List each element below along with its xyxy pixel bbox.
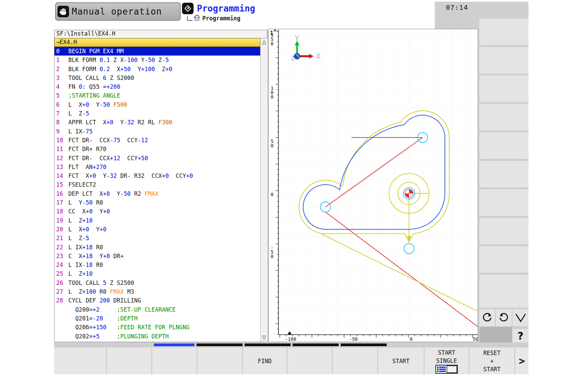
softkey-empty[interactable] [288, 348, 332, 374]
datum-target [405, 189, 413, 197]
program-line[interactable]: 22L IX+18 R0 [54, 243, 260, 252]
right-softkey-empty[interactable] [479, 189, 528, 216]
softkey-start[interactable]: START [378, 348, 424, 374]
scrollbar-segment[interactable] [245, 343, 291, 346]
right-softkey-empty[interactable] [479, 132, 528, 159]
grid [278, 29, 478, 335]
tab-programming[interactable]: Programming Programming [182, 3, 255, 23]
line-number: 0 [54, 47, 68, 56]
line-text: DEP LCT X+0 Y-50 R2 FMAX [68, 189, 158, 198]
program-line[interactable]: 18CC X+0 Y+0 [54, 207, 260, 216]
svg-text:0: 0 [410, 336, 412, 342]
svg-text:0: 0 [271, 192, 273, 197]
program-line[interactable]: 9L IX-75 [54, 127, 260, 136]
softkey-empty[interactable] [107, 348, 151, 374]
check-icon[interactable] [513, 309, 528, 326]
scroll-down-icon[interactable]: ▽ [261, 334, 268, 340]
program-line[interactable]: 6L X+0 Y-50 F500 [54, 100, 260, 109]
right-softkey-empty[interactable] [479, 275, 528, 308]
scrollbar-segment[interactable] [197, 343, 243, 346]
line-text: L IX-18 R0 [68, 260, 103, 269]
program-line[interactable]: 24L IX-18 R0 [54, 260, 260, 269]
softkey-find[interactable]: FIND [243, 348, 287, 374]
program-line[interactable]: Q201=-20 ;DEPTH [54, 314, 260, 323]
program-line[interactable]: 1BLK FORM 0.1 Z X-100 Y-50 Z-5 [54, 56, 260, 64]
control-screen-background: Manual operation Programming [54, 2, 528, 374]
line-number: 22 [54, 243, 68, 252]
right-softkey-empty[interactable] [479, 19, 528, 45]
softkey-label: START [438, 349, 455, 357]
program-line[interactable]: 5;STARTING ANGLE [54, 91, 260, 100]
tree-elbow-connector [187, 16, 193, 21]
program-line[interactable]: 16DEP LCT X+0 Y-50 R2 FMAX [54, 189, 260, 198]
svg-text:50: 50 [473, 336, 478, 342]
help-button[interactable]: ? [513, 329, 528, 342]
program-line[interactable]: 21L Z-5 [54, 234, 260, 243]
line-number: 19 [54, 216, 68, 225]
program-line[interactable]: 25L Z+10 [54, 269, 260, 278]
file-tab-ex4[interactable]: →EX4.H [54, 38, 260, 47]
program-line[interactable]: 14FCT X+0 Y-32 DR- R32 CCX+0 CCY+0 [54, 171, 260, 180]
line-number: 20 [54, 225, 68, 234]
line-number: 24 [54, 260, 68, 269]
line-number: 26 [54, 278, 68, 287]
tab-manual-operation[interactable]: Manual operation [55, 2, 181, 21]
program-line[interactable]: 17L Y-50 R0 [54, 198, 260, 207]
programming-tab-label: Programming [197, 3, 255, 14]
line-number: 14 [54, 171, 68, 180]
code-scrollbar[interactable]: △ ▽ [260, 38, 267, 342]
program-line[interactable]: 20L X+0 Y+0 [54, 225, 260, 234]
program-line[interactable]: 23C X+18 Y+0 DR+ [54, 252, 260, 260]
softkey-label: SINGLE [436, 357, 457, 365]
scroll-up-icon[interactable]: △ [261, 39, 268, 45]
softkey-empty[interactable] [54, 348, 106, 374]
svg-text:0: 0 [271, 143, 273, 148]
right-softkey-empty[interactable] [479, 218, 528, 244]
program-line[interactable]: Q200=+2 ;SET-UP CLEARANCE [54, 305, 260, 314]
program-editor-pane: SF:\Install\EX4.H →EX4.H △ ▽ 0BEGIN PGM … [54, 30, 267, 342]
line-text: APPR LCT X+0 Y-32 R2 RL F300 [68, 118, 172, 127]
scrollbar-segment[interactable] [341, 343, 387, 346]
program-line[interactable]: 28CYCL DEF 200 DRILLING [54, 296, 260, 305]
right-softkey-empty[interactable] [479, 104, 528, 130]
scrollbar-segment[interactable] [293, 343, 339, 346]
right-softkey-empty[interactable] [479, 246, 528, 273]
rotate-ccw-icon[interactable] [479, 309, 495, 326]
right-softkey-empty[interactable] [479, 47, 528, 74]
header-bar: Manual operation Programming [54, 2, 435, 30]
softkey-reset-start[interactable]: RESET+START [470, 348, 514, 374]
softkey-start-single[interactable]: STARTSINGLE [425, 348, 469, 374]
softkey-empty[interactable] [152, 348, 197, 374]
program-line[interactable]: 19L Z+10 [54, 216, 260, 225]
program-line[interactable]: 12FCT DR- CCX+12 CCY+50 [54, 154, 260, 163]
program-line[interactable]: 4FN 0: Q55 =+200 [54, 82, 260, 91]
right-softkey-empty[interactable] [479, 161, 528, 187]
program-line[interactable]: 3TOOL CALL 6 Z S2000 [54, 74, 260, 82]
rotate-cw-icon[interactable] [496, 309, 512, 326]
softkey-empty[interactable] [333, 348, 377, 374]
right-softkey-empty[interactable] [479, 76, 528, 102]
svg-text:0: 0 [271, 94, 273, 100]
program-line[interactable]: 27L Z+100 R0 FMAX M3 [54, 287, 260, 296]
program-line[interactable]: 7L Z-5 [54, 109, 260, 118]
line-text: FCT DR+ R70 [68, 145, 107, 153]
program-line[interactable]: 10FCT DR- CCX-75 CCY-12 [54, 136, 260, 145]
scrollbar-thumb-blue[interactable] [154, 343, 195, 346]
program-line[interactable]: 15FSELECT2 [54, 180, 260, 189]
line-number [54, 314, 68, 323]
line-text: FCT DR- CCX+12 CCY+50 [68, 154, 148, 163]
svg-text:X: X [316, 52, 321, 61]
softkey-empty[interactable] [198, 348, 242, 374]
program-line[interactable]: 11FCT DR+ R70 [54, 145, 260, 153]
program-line[interactable]: 13FLT AN+270 [54, 163, 260, 171]
line-text: FSELECT2 [68, 180, 96, 189]
program-line[interactable]: 8APPR LCT X+0 Y-32 R2 RL F300 [54, 118, 260, 127]
program-line[interactable]: 26TOOL CALL 5 Z S2500 [54, 278, 260, 287]
program-line[interactable]: 0BEGIN PGM EX4 MM [54, 47, 260, 56]
line-number: 27 [54, 287, 68, 296]
program-line[interactable]: Q206=+150 ;FEED RATE FOR PLNGNG [54, 323, 260, 332]
program-line[interactable]: Q202=+5 ;PLUNGING DEPTH [54, 332, 260, 341]
line-text: FCT DR- CCX-75 CCY-12 [68, 136, 148, 145]
program-line[interactable]: 2BLK FORM 0.2 X+50 Y+100 Z+0 [54, 65, 260, 74]
softkey->[interactable]: > [515, 348, 528, 374]
